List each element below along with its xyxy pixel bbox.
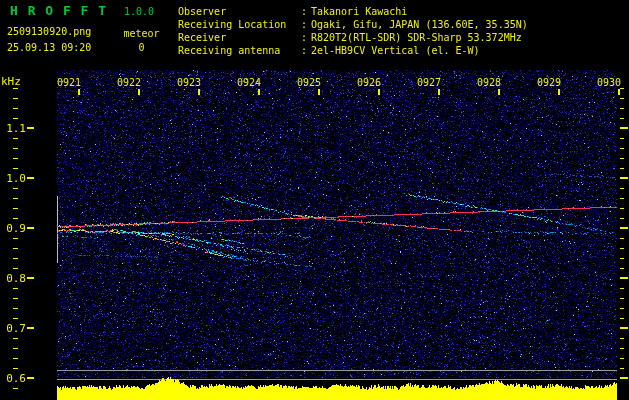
hrofft-window: H R O F F T 1.0.0 2509130920.png meteor …: [0, 0, 629, 400]
freq-tick-label: 0.7: [0, 322, 26, 335]
freq-tick-label: 1.0: [0, 172, 26, 185]
receiver-value: R820T2(RTL-SDR) SDR-Sharp 53.372MHz: [311, 32, 522, 43]
receiver-row: Receiver:R820T2(RTL-SDR) SDR-Sharp 53.37…: [178, 31, 528, 44]
time-tick-label: 0924: [236, 77, 261, 88]
time-tick-label: 0922: [116, 77, 141, 88]
receiver-label: Receiver: [178, 31, 301, 44]
receiving-location-label: Receiving Location: [178, 18, 301, 31]
app-title: H R O F F T: [10, 3, 107, 18]
separator: :: [301, 18, 311, 31]
separator: :: [301, 5, 311, 18]
time-tick-label: 0926: [356, 77, 381, 88]
freq-tick-label: 0.9: [0, 222, 26, 235]
freq-tick-label: 1.1: [0, 122, 26, 135]
mode-label: meteor: [123, 28, 160, 39]
time-tick-label: 0930: [596, 77, 621, 88]
observer-label: Observer: [178, 5, 301, 18]
freq-tick-label: 0.8: [0, 272, 26, 285]
timestamp: 25.09.13 09:20: [7, 42, 91, 53]
output-filename: 2509130920.png: [7, 26, 91, 37]
time-tick-label: 0929: [536, 77, 561, 88]
khz-axis-label: kHz: [1, 75, 21, 88]
receiving-antenna-row: Receiving antenna:2el-HB9CV Vertical (el…: [178, 44, 528, 57]
separator: :: [301, 44, 311, 57]
freq-tick-label: 0.6: [0, 372, 26, 385]
observer-row: Observer:Takanori Kawachi: [178, 5, 528, 18]
time-tick-label: 0923: [176, 77, 201, 88]
receiving-antenna-value: 2el-HB9CV Vertical (el. E-W): [311, 45, 480, 56]
observer-value: Takanori Kawachi: [311, 6, 407, 17]
time-tick-label: 0928: [476, 77, 501, 88]
separator: :: [301, 31, 311, 44]
receiving-antenna-label: Receiving antenna: [178, 44, 301, 57]
receiving-location-row: Receiving Location:Ogaki, Gifu, JAPAN (1…: [178, 18, 528, 31]
receiving-location-value: Ogaki, Gifu, JAPAN (136.60E, 35.35N): [311, 19, 528, 30]
time-tick-label: 0921: [56, 77, 81, 88]
meteor-count: 0: [123, 42, 160, 53]
time-tick-label: 0925: [296, 77, 321, 88]
app-version: 1.0.0: [124, 6, 154, 17]
spectrogram-canvas: [0, 0, 629, 400]
time-tick-label: 0927: [416, 77, 441, 88]
station-info: Observer:Takanori Kawachi Receiving Loca…: [178, 5, 528, 57]
